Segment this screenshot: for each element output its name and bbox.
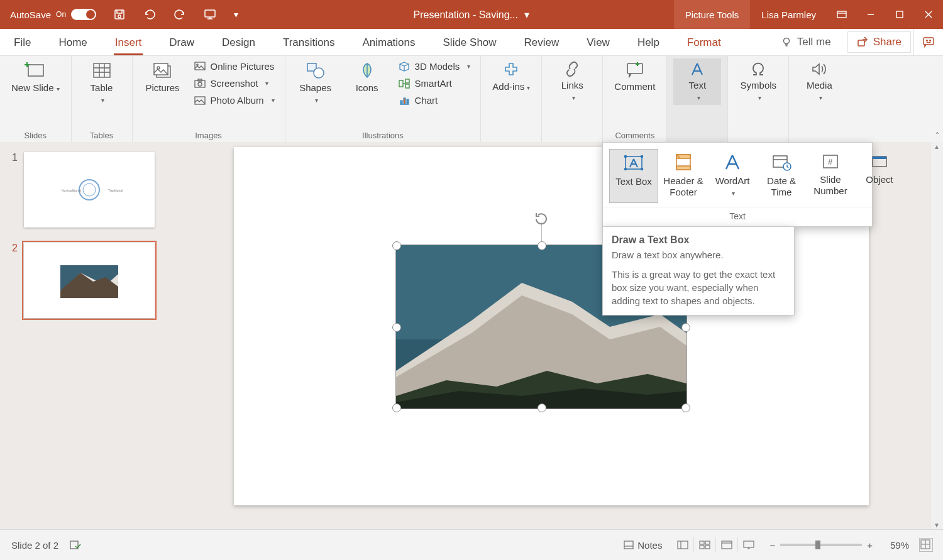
fit-to-window-icon[interactable] bbox=[919, 538, 933, 552]
tab-slideshow[interactable]: Slide Show bbox=[429, 30, 510, 55]
svg-rect-62 bbox=[678, 541, 688, 549]
slide-indicator[interactable]: Slide 2 of 2 bbox=[11, 540, 58, 551]
resize-handle-br[interactable] bbox=[681, 404, 690, 412]
links-button[interactable]: Links▾ bbox=[548, 58, 596, 105]
thumbnail-2[interactable] bbox=[24, 243, 155, 318]
text-dropdown-button[interactable]: Text▾ bbox=[673, 58, 721, 105]
svg-rect-63 bbox=[700, 541, 704, 544]
save-icon[interactable] bbox=[113, 8, 126, 21]
scroll-down-icon[interactable]: ▼ bbox=[930, 522, 943, 529]
pictures-button[interactable]: Pictures bbox=[139, 58, 187, 96]
wordart-button[interactable]: WordArt▾ bbox=[709, 149, 756, 203]
tab-draw[interactable]: Draw bbox=[155, 30, 208, 55]
present-from-start-icon[interactable] bbox=[203, 8, 217, 21]
autosave-state: On bbox=[56, 10, 66, 19]
tab-format[interactable]: Format bbox=[673, 30, 735, 55]
zoom-percent[interactable]: 59% bbox=[883, 540, 909, 551]
resize-handle-l[interactable] bbox=[392, 323, 401, 332]
close-icon[interactable] bbox=[914, 0, 943, 29]
slideshow-view-icon[interactable] bbox=[737, 537, 759, 552]
comment-button[interactable]: Comment bbox=[609, 58, 660, 95]
svg-point-12 bbox=[930, 40, 931, 41]
thumbnail-1[interactable]: NontraditionalTraditional bbox=[24, 152, 155, 228]
tab-animations[interactable]: Animations bbox=[348, 30, 429, 55]
rotation-handle-icon[interactable] bbox=[534, 211, 549, 226]
tab-home[interactable]: Home bbox=[45, 30, 101, 55]
svg-rect-65 bbox=[700, 546, 704, 549]
zoom-in-icon[interactable]: + bbox=[867, 540, 873, 551]
maximize-icon[interactable] bbox=[885, 0, 914, 29]
shapes-icon bbox=[305, 61, 326, 80]
symbols-label: Symbols▾ bbox=[741, 80, 777, 102]
addins-button[interactable]: Add-ins▾ bbox=[487, 58, 535, 95]
zoom-slider[interactable]: − + bbox=[769, 540, 873, 551]
smartart-button[interactable]: SmartArt bbox=[395, 77, 475, 90]
tab-file[interactable]: File bbox=[0, 30, 45, 55]
slide-number-button[interactable]: # Slide Number bbox=[807, 149, 854, 203]
new-slide-button[interactable]: New Slide▾ bbox=[6, 58, 65, 96]
user-name[interactable]: Lisa Parmley bbox=[750, 9, 827, 20]
qat-more-icon[interactable]: ▾ bbox=[233, 12, 238, 17]
minimize-icon[interactable] bbox=[856, 0, 885, 29]
share-button[interactable]: Share bbox=[847, 31, 911, 53]
chart-button[interactable]: Chart bbox=[395, 94, 475, 107]
3d-models-button[interactable]: 3D Models▾ bbox=[395, 60, 475, 73]
text-box-button[interactable]: Text Box bbox=[609, 149, 658, 203]
online-pictures-button[interactable]: Online Pictures bbox=[190, 60, 278, 73]
resize-handle-b[interactable] bbox=[538, 404, 546, 412]
audio-icon bbox=[810, 61, 828, 77]
tab-view[interactable]: View bbox=[573, 30, 624, 55]
picture-tools-tab[interactable]: Picture Tools bbox=[674, 0, 751, 29]
resize-handle-tl[interactable] bbox=[392, 241, 401, 250]
zoom-track[interactable] bbox=[780, 544, 862, 546]
resize-handle-bl[interactable] bbox=[392, 404, 401, 412]
header-footer-button[interactable]: Header & Footer bbox=[659, 149, 707, 203]
svg-rect-31 bbox=[407, 99, 409, 104]
sorter-view-icon[interactable] bbox=[693, 537, 715, 552]
shapes-button[interactable]: Shapes▾ bbox=[292, 58, 339, 107]
text-label: Text▾ bbox=[689, 80, 707, 102]
date-time-button[interactable]: Date & Time bbox=[758, 149, 805, 203]
screenshot-button[interactable]: Screenshot▾ bbox=[190, 77, 278, 90]
ribbon-display-options-icon[interactable] bbox=[827, 0, 856, 29]
normal-view-icon[interactable] bbox=[672, 537, 693, 552]
feedback-icon[interactable] bbox=[913, 29, 943, 55]
cube-icon bbox=[399, 62, 410, 72]
autosave-toggle[interactable]: AutoSave On bbox=[10, 9, 96, 20]
symbols-button[interactable]: Symbols▾ bbox=[734, 58, 782, 105]
notes-button[interactable]: Notes bbox=[624, 540, 662, 551]
tab-review[interactable]: Review bbox=[510, 30, 573, 55]
tab-design[interactable]: Design bbox=[208, 30, 269, 55]
resize-handle-r[interactable] bbox=[681, 323, 690, 332]
object-button[interactable]: Object bbox=[856, 149, 903, 203]
zoom-thumb[interactable] bbox=[815, 541, 820, 549]
undo-icon[interactable] bbox=[143, 8, 157, 21]
new-slide-label: New Slide▾ bbox=[11, 82, 60, 94]
svg-point-8 bbox=[783, 38, 789, 44]
photo-album-button[interactable]: Photo Album▾ bbox=[190, 94, 278, 107]
svg-rect-64 bbox=[705, 541, 710, 544]
slide-thumbnails-pane[interactable]: 1 NontraditionalTraditional 2 bbox=[0, 142, 185, 530]
tooltip-title: Draw a Text Box bbox=[612, 234, 785, 246]
group-text-label bbox=[697, 131, 699, 141]
tab-help[interactable]: Help bbox=[624, 30, 673, 55]
resize-handle-t[interactable] bbox=[538, 241, 546, 250]
collapse-ribbon-icon[interactable]: ˄ bbox=[935, 131, 939, 140]
scroll-up-icon[interactable]: ▲ bbox=[930, 143, 943, 150]
table-button[interactable]: Table▾ bbox=[78, 58, 126, 107]
media-button[interactable]: Media▾ bbox=[795, 58, 843, 105]
thumbnail-2-row: 2 bbox=[9, 243, 179, 318]
zoom-out-icon[interactable]: − bbox=[769, 540, 775, 551]
group-symbols-label bbox=[758, 131, 760, 141]
tab-transitions[interactable]: Transitions bbox=[269, 30, 349, 55]
redo-icon[interactable] bbox=[173, 8, 187, 21]
reading-view-icon[interactable] bbox=[715, 537, 737, 552]
tab-insert[interactable]: Insert bbox=[101, 30, 156, 55]
icons-button[interactable]: Icons bbox=[343, 58, 391, 96]
tell-me-search[interactable]: Tell me bbox=[769, 36, 842, 48]
toggle-switch-icon bbox=[71, 9, 96, 20]
text-box-tooltip: Draw a Text Box Draw a text box anywhere… bbox=[602, 226, 795, 316]
vertical-scrollbar[interactable]: ▲ ▼ bbox=[930, 142, 943, 530]
spellcheck-icon[interactable] bbox=[70, 540, 81, 550]
icons-label: Icons bbox=[356, 82, 378, 94]
